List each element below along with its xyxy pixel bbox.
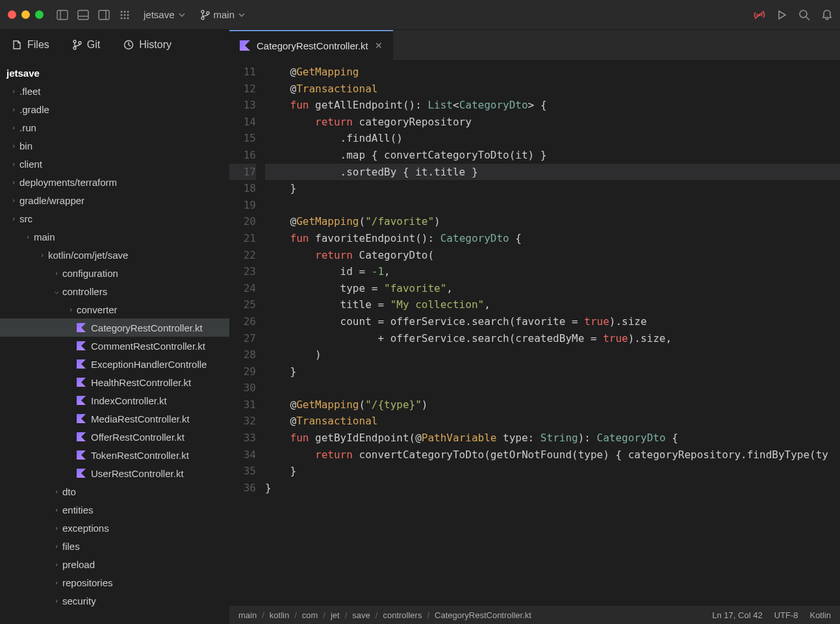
chevron-right-icon[interactable]: › <box>8 214 19 222</box>
breadcrumb-item[interactable]: com <box>302 610 318 620</box>
chevron-right-icon[interactable]: › <box>51 524 62 532</box>
tree-file[interactable]: CategoryRestController.kt <box>0 318 229 337</box>
editor[interactable]: 1112131415161718192021222324252627282930… <box>229 60 840 624</box>
code-line[interactable]: return categoryRepository <box>265 114 840 131</box>
code-line[interactable]: ) <box>265 346 840 363</box>
tree-folder[interactable]: ›security <box>0 592 229 610</box>
tab-files[interactable]: Files <box>0 30 61 60</box>
minimize-window-button[interactable] <box>21 10 30 19</box>
code-line[interactable] <box>265 380 840 396</box>
code-line[interactable]: } <box>265 180 840 197</box>
tree-folder[interactable]: ›.gradle <box>0 100 229 118</box>
tree-file[interactable]: IndexController.kt <box>0 391 229 410</box>
tree-folder[interactable]: ›gradle/wrapper <box>0 191 229 209</box>
grid-icon[interactable] <box>119 9 131 21</box>
tree-folder[interactable]: ›kotlin/com/jet/save <box>0 246 229 264</box>
editor-tab[interactable]: CategoryRestController.kt ✕ <box>229 30 393 60</box>
close-window-button[interactable] <box>8 10 16 19</box>
tree-folder[interactable]: ›converter <box>0 300 229 318</box>
chevron-right-icon[interactable]: › <box>51 542 62 550</box>
tree-folder[interactable]: ›main <box>0 228 229 246</box>
bell-icon[interactable] <box>822 9 832 21</box>
chevron-right-icon[interactable]: › <box>8 178 19 186</box>
breadcrumb-item[interactable]: save <box>352 610 370 620</box>
tree-folder[interactable]: ›deployments/terraform <box>0 173 229 191</box>
code-line[interactable]: fun getAllEndpoint(): List<CategoryDto> … <box>265 97 840 114</box>
tree-file[interactable]: ExceptionHandlerControlle <box>0 355 229 373</box>
chevron-right-icon[interactable]: › <box>51 269 62 277</box>
tree-file[interactable]: MediaRestController.kt <box>0 410 229 428</box>
code-line[interactable]: @GetMapping <box>265 64 840 81</box>
broadcast-off-icon[interactable] <box>753 10 766 20</box>
chevron-right-icon[interactable]: › <box>65 306 77 313</box>
tab-history[interactable]: History <box>112 30 183 60</box>
language-mode[interactable]: Kotlin <box>809 610 831 620</box>
breadcrumb[interactable]: main/kotlin/com/jet/save/controllers/Cat… <box>238 610 531 620</box>
chevron-right-icon[interactable]: › <box>8 160 19 168</box>
tree-folder[interactable]: ›.fleet <box>0 82 229 100</box>
tree-folder[interactable]: ›entities <box>0 500 229 519</box>
breadcrumb-item[interactable]: CategoryRestController.kt <box>435 610 531 620</box>
chevron-right-icon[interactable]: › <box>51 560 62 568</box>
project-selector[interactable]: jetsave <box>144 9 185 20</box>
code-line[interactable]: return CategoryDto( <box>265 247 840 264</box>
chevron-right-icon[interactable]: › <box>8 196 19 204</box>
chevron-right-icon[interactable]: › <box>8 142 19 150</box>
code-line[interactable]: count = offerService.search(favorite = t… <box>265 313 840 330</box>
chevron-right-icon[interactable]: › <box>51 488 62 495</box>
code-line[interactable]: @GetMapping("/{type}") <box>265 396 840 413</box>
tree-file[interactable]: UserRestController.kt <box>0 464 229 482</box>
tab-git[interactable]: Git <box>61 30 112 60</box>
breadcrumb-item[interactable]: controllers <box>383 610 422 620</box>
chevron-right-icon[interactable]: › <box>36 251 48 259</box>
chevron-down-icon[interactable]: ⌵ <box>51 287 62 296</box>
code-line[interactable]: .sortedBy { it.title } <box>265 164 840 181</box>
code-line[interactable]: id = -1, <box>265 263 840 280</box>
cursor-position[interactable]: Ln 17, Col 42 <box>712 610 762 620</box>
tree-folder[interactable]: ›bin <box>0 136 229 155</box>
code-line[interactable]: } <box>265 480 840 497</box>
tree-file[interactable]: TokenRestController.kt <box>0 446 229 464</box>
tree-folder[interactable]: ›dto <box>0 482 229 500</box>
code-line[interactable]: + offerService.search(createdByMe = true… <box>265 330 840 347</box>
tree-folder[interactable]: ⌵controllers <box>0 282 229 300</box>
tree-folder[interactable]: ›exceptions <box>0 519 229 537</box>
code[interactable]: @GetMapping @Transactional fun getAllEnd… <box>265 64 840 606</box>
breadcrumb-item[interactable]: kotlin <box>270 610 289 620</box>
search-icon[interactable] <box>798 9 810 21</box>
code-line[interactable]: title = "My collection", <box>265 296 840 313</box>
chevron-right-icon[interactable]: › <box>51 597 62 604</box>
tree-file[interactable]: CommentRestController.kt <box>0 337 229 355</box>
code-line[interactable]: type = "favorite", <box>265 280 840 297</box>
branch-selector[interactable]: main <box>201 9 246 20</box>
maximize-window-button[interactable] <box>35 10 44 19</box>
code-line[interactable]: } <box>265 463 840 480</box>
code-line[interactable]: @GetMapping("/favorite") <box>265 213 840 230</box>
tree-folder[interactable]: ›client <box>0 155 229 173</box>
chevron-right-icon[interactable]: › <box>51 506 62 514</box>
breadcrumb-item[interactable]: main <box>238 610 257 620</box>
close-tab-icon[interactable]: ✕ <box>375 40 383 51</box>
code-line[interactable]: } <box>265 363 840 380</box>
tree-file[interactable]: OfferRestController.kt <box>0 428 229 446</box>
encoding[interactable]: UTF-8 <box>774 610 798 620</box>
chevron-right-icon[interactable]: › <box>22 233 34 240</box>
tree-folder[interactable]: ›configuration <box>0 264 229 282</box>
panel-right-icon[interactable] <box>98 9 110 21</box>
code-line[interactable]: @Transactional <box>265 413 840 430</box>
code-line[interactable]: .map { convertCategoryToDto(it) } <box>265 147 840 164</box>
tree-folder[interactable]: ›preload <box>0 555 229 573</box>
tree-file[interactable]: HealthRestController.kt <box>0 373 229 391</box>
chevron-right-icon[interactable]: › <box>8 87 19 95</box>
breadcrumb-item[interactable]: jet <box>331 610 340 620</box>
tree-root[interactable]: jetsave <box>0 64 229 82</box>
code-line[interactable]: fun favoriteEndpoint(): CategoryDto { <box>265 230 840 247</box>
code-line[interactable]: .findAll() <box>265 130 840 147</box>
tree-folder[interactable]: ›.run <box>0 118 229 136</box>
panel-bottom-icon[interactable] <box>77 9 89 21</box>
tree-folder[interactable]: ›src <box>0 209 229 228</box>
file-tree[interactable]: jetsave›.fleet›.gradle›.run›bin›client›d… <box>0 60 229 624</box>
panel-left-icon[interactable] <box>57 9 68 21</box>
run-icon[interactable] <box>778 10 787 20</box>
code-line[interactable]: fun getByIdEndpoint(@PathVariable type: … <box>265 430 840 447</box>
